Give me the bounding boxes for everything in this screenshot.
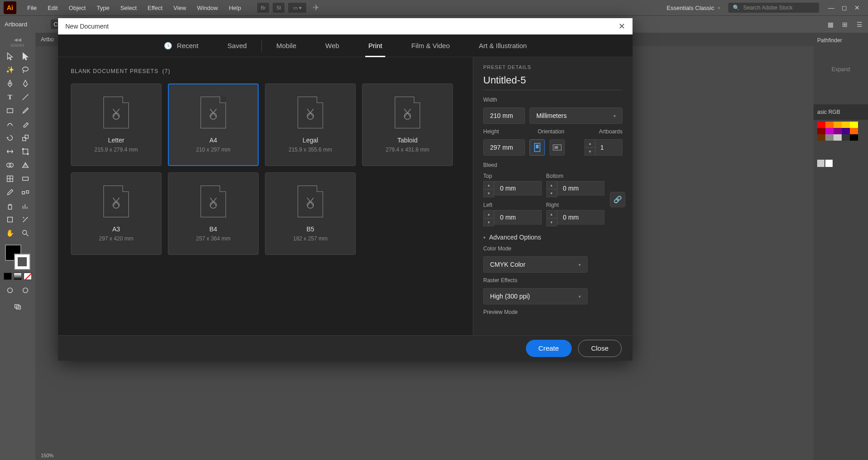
artboard-up[interactable]: ▴ bbox=[584, 139, 595, 147]
link-bleed-icon[interactable]: 🔗 bbox=[610, 192, 625, 207]
free-transform-tool[interactable] bbox=[18, 145, 33, 158]
menu-effect[interactable]: Effect bbox=[142, 1, 168, 15]
draw-behind-icon[interactable] bbox=[18, 284, 33, 297]
swatch-black[interactable] bbox=[850, 134, 858, 141]
menu-window[interactable]: Window bbox=[191, 1, 223, 15]
tab-art-illustration[interactable]: Art & Illustration bbox=[464, 34, 541, 57]
eraser-tool[interactable] bbox=[18, 117, 33, 131]
close-button[interactable]: Close bbox=[578, 340, 622, 357]
height-input[interactable]: 297 mm bbox=[483, 139, 525, 156]
stroke-swatch[interactable] bbox=[14, 254, 30, 270]
bleed-left-input[interactable]: 0 mm bbox=[494, 210, 542, 225]
screen-mode-icon[interactable] bbox=[10, 300, 25, 313]
tab-recent[interactable]: 🕓Recent bbox=[149, 34, 213, 57]
preset-a4[interactable]: A4210 x 297 mm bbox=[168, 83, 259, 166]
bleed-top-input[interactable]: 0 mm bbox=[494, 181, 542, 196]
preset-b5[interactable]: B5182 x 257 mm bbox=[265, 172, 356, 255]
prefs-icon[interactable]: ☰ bbox=[855, 20, 863, 29]
tab-mobile[interactable]: Mobile bbox=[262, 34, 311, 57]
collapse-icon[interactable]: ◀◀ bbox=[14, 37, 21, 42]
rectangle-tool[interactable] bbox=[2, 104, 18, 117]
bleed-top-up[interactable]: ▴ bbox=[483, 181, 494, 189]
menu-edit[interactable]: Edit bbox=[42, 1, 63, 15]
search-stock-input[interactable]: 🔍 Search Adobe Stock bbox=[728, 3, 819, 13]
bridge-icon[interactable]: Br bbox=[257, 3, 269, 13]
type-tool[interactable]: T bbox=[2, 90, 18, 104]
swatches-panel-tab[interactable]: asic RGB bbox=[814, 104, 868, 120]
artboard-down[interactable]: ▾ bbox=[584, 147, 595, 156]
mini-swatch[interactable] bbox=[825, 160, 833, 167]
preset-tabloid[interactable]: Tabloid279.4 x 431.8 mm bbox=[362, 83, 453, 166]
magic-wand-tool[interactable]: ✨ bbox=[2, 63, 18, 77]
close-icon[interactable]: ✕ bbox=[618, 21, 625, 31]
doc-tab[interactable]: Artbo bbox=[41, 36, 54, 43]
rotate-tool[interactable] bbox=[2, 131, 18, 145]
zoom-tool[interactable] bbox=[18, 226, 33, 240]
swatch-amber[interactable] bbox=[834, 122, 842, 128]
swatch-red[interactable] bbox=[817, 122, 825, 128]
pathfinder-panel-tab[interactable]: Pathfinder bbox=[814, 33, 868, 48]
preset-legal[interactable]: Legal215.9 x 355.6 mm bbox=[265, 83, 356, 166]
swatch-dkgray[interactable] bbox=[842, 134, 850, 141]
swatch-violet[interactable] bbox=[842, 128, 850, 134]
slice-tool[interactable] bbox=[18, 213, 33, 226]
curvature-tool[interactable] bbox=[18, 77, 33, 90]
scale-tool[interactable] bbox=[18, 131, 33, 145]
create-button[interactable]: Create bbox=[526, 340, 572, 357]
swatch-ltgray[interactable] bbox=[834, 134, 842, 141]
pen-tool[interactable] bbox=[2, 77, 18, 90]
line-tool[interactable] bbox=[18, 90, 33, 104]
none-mode-icon[interactable] bbox=[24, 273, 32, 280]
paintbrush-tool[interactable] bbox=[18, 104, 33, 117]
lasso-tool[interactable] bbox=[18, 63, 33, 77]
swatch-yellow[interactable] bbox=[850, 122, 858, 128]
blend-tool[interactable] bbox=[18, 186, 33, 199]
mesh-tool[interactable] bbox=[2, 172, 18, 186]
close-window-icon[interactable]: ✕ bbox=[854, 4, 860, 11]
swatch-purple[interactable] bbox=[834, 128, 842, 134]
bleed-left-up[interactable]: ▴ bbox=[483, 210, 494, 218]
bleed-bottom-input[interactable]: 0 mm bbox=[557, 181, 605, 196]
tab-film-video[interactable]: Film & Video bbox=[397, 34, 465, 57]
preset-a3[interactable]: A3297 x 420 mm bbox=[71, 172, 162, 255]
preset-b4[interactable]: B4257 x 364 mm bbox=[168, 172, 259, 255]
width-tool[interactable] bbox=[2, 145, 18, 158]
bleed-bottom-up[interactable]: ▴ bbox=[546, 181, 557, 189]
swatch-orange2[interactable] bbox=[850, 128, 858, 134]
eyedropper-tool[interactable] bbox=[2, 186, 18, 199]
panel-grip[interactable] bbox=[11, 44, 25, 47]
color-mode-icon[interactable] bbox=[4, 273, 12, 280]
gradient-tool[interactable] bbox=[18, 172, 33, 186]
bleed-right-up[interactable]: ▴ bbox=[546, 210, 557, 218]
tab-print[interactable]: Print bbox=[354, 34, 397, 57]
bleed-right-input[interactable]: 0 mm bbox=[557, 210, 605, 225]
minimize-icon[interactable]: — bbox=[828, 4, 834, 11]
stock-icon[interactable]: St bbox=[273, 3, 284, 13]
perspective-tool[interactable] bbox=[18, 158, 33, 172]
bleed-right-down[interactable]: ▾ bbox=[546, 218, 557, 226]
units-dropdown[interactable]: Millimeters ▾ bbox=[530, 108, 623, 124]
advanced-options-toggle[interactable]: ▾ Advanced Options bbox=[483, 234, 623, 241]
document-name-input[interactable]: Untitled-5 bbox=[483, 74, 623, 90]
tab-web[interactable]: Web bbox=[311, 34, 354, 57]
selection-tool[interactable] bbox=[2, 49, 18, 63]
align-icon[interactable]: ▦ bbox=[826, 20, 834, 29]
orientation-landscape[interactable] bbox=[549, 139, 565, 156]
color-mode-dropdown[interactable]: CMYK Color ▾ bbox=[483, 256, 588, 273]
swatch-darkred[interactable] bbox=[817, 128, 825, 134]
gradient-mode-icon[interactable] bbox=[14, 273, 22, 280]
menu-file[interactable]: File bbox=[22, 1, 42, 15]
swatch-gold[interactable] bbox=[842, 122, 850, 128]
artboards-input[interactable]: ▴▾ bbox=[584, 139, 623, 156]
preset-letter[interactable]: Letter215.9 x 279.4 mm bbox=[71, 83, 162, 166]
orientation-portrait[interactable] bbox=[530, 139, 545, 156]
menu-select[interactable]: Select bbox=[115, 1, 142, 15]
artboard-tool[interactable] bbox=[2, 213, 18, 226]
mini-swatch[interactable] bbox=[817, 160, 824, 167]
maximize-icon[interactable]: ◻ bbox=[842, 4, 847, 11]
expand-button[interactable]: Expand bbox=[814, 48, 868, 91]
fill-stroke-swatch[interactable] bbox=[5, 245, 30, 270]
artboards-field[interactable] bbox=[595, 139, 623, 156]
menu-object[interactable]: Object bbox=[63, 1, 91, 15]
graph-tool[interactable] bbox=[18, 199, 33, 213]
